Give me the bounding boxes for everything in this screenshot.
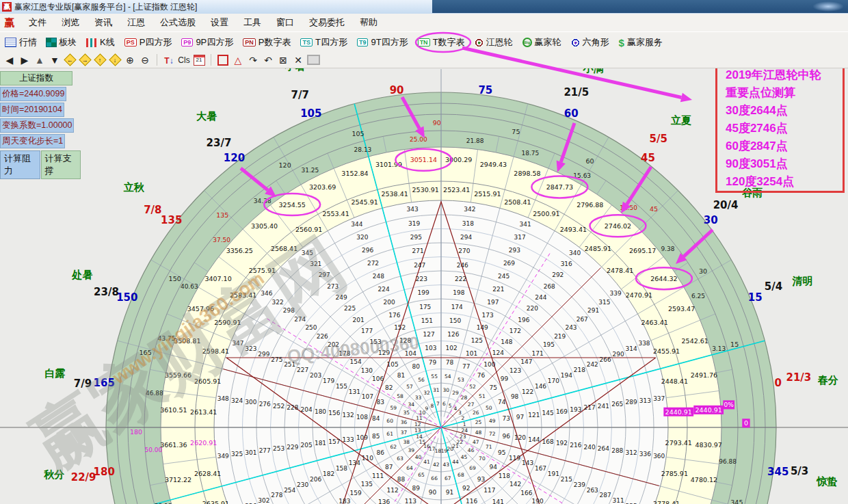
annotation-line: 120度3254点 xyxy=(726,173,843,191)
rotate-cw-icon[interactable]: ↷ xyxy=(246,53,260,66)
svg-text:3508.81: 3508.81 xyxy=(174,337,200,345)
forward-icon[interactable]: ▶ xyxy=(18,53,31,66)
svg-text:25: 25 xyxy=(475,419,482,425)
svg-text:3254.55: 3254.55 xyxy=(279,201,306,209)
svg-text:348: 348 xyxy=(217,395,229,402)
svg-text:150: 150 xyxy=(449,317,461,324)
toolbar-button-T四方形[interactable]: TST四方形 xyxy=(295,36,352,49)
svg-text:41: 41 xyxy=(423,459,430,465)
svg-text:342: 342 xyxy=(464,206,475,213)
titlebar: 赢 赢家江恩专业版[赢家服务平台] - [上证指数 江恩轮] xyxy=(0,0,848,14)
svg-text:21.88: 21.88 xyxy=(466,137,484,144)
svg-text:2523.41: 2523.41 xyxy=(443,186,470,194)
svg-text:105: 105 xyxy=(300,107,321,120)
svg-text:275: 275 xyxy=(271,356,282,363)
delete-box-icon[interactable]: ⊠ xyxy=(276,53,290,66)
svg-text:3000.29: 3000.29 xyxy=(445,156,472,163)
menu-item-资讯[interactable]: 资讯 xyxy=(87,16,120,29)
diamond-right-icon[interactable]: → xyxy=(78,53,92,66)
svg-text:104: 104 xyxy=(405,350,416,357)
menu-item-设置[interactable]: 设置 xyxy=(203,16,236,29)
calc-resistance-button[interactable]: 计算阻力 xyxy=(0,150,40,179)
menu-item-浏览[interactable]: 浏览 xyxy=(54,16,87,29)
toolbar-button-K线[interactable]: K线 xyxy=(81,36,120,49)
svg-text:179: 179 xyxy=(323,377,334,384)
svg-text:317: 317 xyxy=(514,234,526,241)
svg-text:2778.41: 2778.41 xyxy=(653,500,680,504)
instrument-name: 上证指数 xyxy=(0,71,72,85)
svg-text:276: 276 xyxy=(259,401,271,408)
toolbar-button-P数字表[interactable]: PNP数字表 xyxy=(238,36,295,49)
diamond-up-icon[interactable]: ↑ xyxy=(93,53,107,66)
svg-text:3407.10: 3407.10 xyxy=(204,275,231,282)
svg-text:60: 60 xyxy=(386,418,393,424)
svg-text:105: 105 xyxy=(386,361,398,368)
menu-item-帮助[interactable]: 帮助 xyxy=(352,16,385,29)
svg-text:230: 230 xyxy=(297,481,308,488)
svg-text:25.00: 25.00 xyxy=(410,136,427,143)
center-icon[interactable]: ✕ xyxy=(291,53,305,66)
toolbar-button-P四方形[interactable]: PSP四方形 xyxy=(120,36,177,49)
toolbar-button-板块[interactable]: 板块 xyxy=(42,36,81,49)
screen-icon[interactable] xyxy=(306,53,320,66)
svg-text:3457.96: 3457.96 xyxy=(187,305,214,313)
svg-text:133: 133 xyxy=(343,436,354,443)
toolbar-button-江恩轮[interactable]: 江恩轮 xyxy=(470,36,518,49)
diamond-down-icon[interactable]: ↓ xyxy=(108,53,122,66)
svg-text:65: 65 xyxy=(418,472,425,478)
triangle-tool-icon[interactable]: △ xyxy=(231,53,245,66)
toolbar-button-T数字表[interactable]: TNT数字表 xyxy=(413,36,470,49)
svg-text:31: 31 xyxy=(433,387,440,393)
calendar-icon[interactable]: 21 xyxy=(192,53,206,66)
time-shift-icon[interactable]: T↓ xyxy=(162,53,176,66)
toolbar-button-六角形[interactable]: 六角形 xyxy=(566,36,614,49)
zoom-out-icon[interactable]: ⊖ xyxy=(138,53,152,66)
svg-text:立夏: 立夏 xyxy=(670,114,691,127)
time-row: 时间=20190104 xyxy=(0,103,64,117)
toolbar-button-9P四方形[interactable]: P99P四方形 xyxy=(176,36,238,49)
svg-text:2644.32: 2644.32 xyxy=(650,275,677,282)
svg-text:222: 222 xyxy=(455,276,466,282)
PN-badge-icon: PN xyxy=(243,38,256,47)
svg-text:349: 349 xyxy=(217,453,229,460)
toolbar-button-行情[interactable]: 行情 xyxy=(0,36,42,49)
svg-text:199: 199 xyxy=(417,289,429,296)
svg-text:153: 153 xyxy=(370,339,382,345)
pointer-down-icon[interactable]: ▼ xyxy=(48,53,62,66)
svg-text:319: 319 xyxy=(408,220,420,227)
svg-text:288: 288 xyxy=(611,447,623,454)
menu-item-交易委托[interactable]: 交易委托 xyxy=(302,16,352,29)
svg-text:29: 29 xyxy=(452,390,459,396)
svg-text:37: 37 xyxy=(401,429,408,436)
svg-text:300: 300 xyxy=(245,399,256,406)
menu-item-文件[interactable]: 文件 xyxy=(21,16,54,29)
svg-text:148: 148 xyxy=(501,339,512,345)
svg-text:223: 223 xyxy=(416,276,427,282)
pointer-up-icon[interactable]: ▲ xyxy=(33,53,47,66)
svg-text:93: 93 xyxy=(477,476,485,483)
svg-text:62: 62 xyxy=(390,444,397,450)
menu-item-窗口[interactable]: 窗口 xyxy=(269,16,302,29)
annotation-line: 重要点位测算 xyxy=(726,84,843,102)
back-icon[interactable]: ◀ xyxy=(3,53,16,66)
toolbar-button-赢家轮[interactable]: Big赢家轮 xyxy=(518,36,566,49)
svg-text:18.75: 18.75 xyxy=(522,150,540,157)
svg-text:107: 107 xyxy=(362,393,373,400)
square-tool-icon[interactable] xyxy=(216,53,230,66)
svg-text:192: 192 xyxy=(556,440,568,447)
svg-text:322: 322 xyxy=(272,299,284,306)
svg-text:251: 251 xyxy=(284,361,295,368)
cls-button[interactable]: Cls xyxy=(177,53,191,66)
rotate-ccw-icon[interactable]: ↶ xyxy=(261,53,275,66)
svg-text:63: 63 xyxy=(397,455,403,462)
zoom-in-icon[interactable]: ⊕ xyxy=(123,53,137,66)
calc-support-button[interactable]: 计算支撑 xyxy=(41,150,81,179)
svg-text:2478.41: 2478.41 xyxy=(607,267,633,274)
toolbar-button-赢家服务[interactable]: $赢家服务 xyxy=(614,36,667,49)
diamond-left-icon[interactable]: ← xyxy=(63,53,77,66)
menu-item-江恩[interactable]: 江恩 xyxy=(120,16,153,29)
svg-text:295: 295 xyxy=(410,234,422,241)
menu-item-公式选股[interactable]: 公式选股 xyxy=(153,16,203,29)
toolbar-button-9T四方形[interactable]: T99T四方形 xyxy=(352,36,413,49)
menu-item-工具[interactable]: 工具 xyxy=(236,16,269,29)
